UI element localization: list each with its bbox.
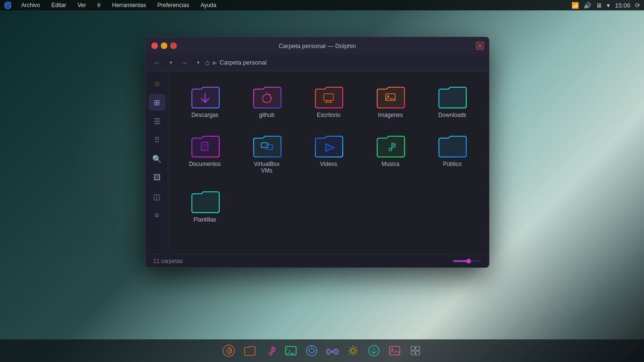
sidebar-details[interactable]: ≡	[149, 207, 165, 224]
folder-label-videos: Videos	[320, 161, 337, 167]
window-body: ☆ ⊞ ☰ ⠿ 🔍 🖼 ◫ ≡	[146, 71, 489, 254]
svg-rect-23	[411, 351, 415, 355]
folder-virtualbox[interactable]: VirtualBox VMs	[239, 130, 294, 178]
dolphin-window: Carpeta personal — Dolphin ✕ ← ▾ → ▾ ⌂ ▶…	[145, 37, 489, 268]
menu-preferencias[interactable]: Preferencias	[156, 1, 191, 9]
taskbar-chromium[interactable]	[303, 342, 320, 359]
folder-videos[interactable]: Videos	[301, 130, 355, 178]
folder-downloads[interactable]: Downloads	[425, 81, 479, 122]
close-icon[interactable]: ✕	[476, 41, 484, 50]
taskbar-terminal[interactable]	[282, 342, 299, 359]
close-button[interactable]	[151, 42, 158, 49]
sidebar-compact-view[interactable]: ⠿	[149, 132, 165, 148]
menubar-right: 📶 🔊 🖥 ▾ 15:06 ⟳	[571, 2, 640, 9]
menu-ver[interactable]: Ver	[75, 1, 88, 9]
folder-icon-github	[252, 84, 282, 109]
svg-point-12	[269, 352, 272, 355]
clock: 15:06	[615, 2, 630, 9]
back-button[interactable]: ←	[150, 56, 164, 69]
folder-icon-escritorio	[314, 84, 344, 109]
breadcrumb-separator: ▶	[213, 59, 217, 66]
home-icon[interactable]: ⌂	[205, 58, 210, 67]
svg-point-20	[391, 348, 393, 350]
folder-label-escritorio: Escritorio	[317, 112, 340, 118]
taskbar-firefox[interactable]	[220, 342, 237, 359]
folder-label-github: github	[259, 112, 274, 118]
forward-button[interactable]: →	[178, 56, 191, 69]
menu-ir[interactable]: Ir	[95, 1, 102, 9]
folder-icon-imagenes	[375, 84, 405, 109]
folder-icon-musica	[375, 133, 405, 158]
folder-documentos[interactable]: Documentos	[178, 130, 232, 178]
svg-point-13	[272, 349, 275, 352]
sidebar: ☆ ⊞ ☰ ⠿ 🔍 🖼 ◫ ≡	[146, 71, 168, 254]
sidebar-search[interactable]: 🔍	[149, 150, 165, 167]
folder-label-virtualbox: VirtualBox VMs	[248, 161, 286, 174]
folder-icon-documentos	[190, 133, 220, 158]
window-buttons	[151, 42, 177, 49]
sidebar-gallery[interactable]: 🖼	[149, 169, 165, 186]
folder-imagenes[interactable]: Imágenes	[363, 81, 418, 122]
folder-github[interactable]: github	[239, 81, 294, 122]
wifi-icon: 📶	[571, 2, 579, 9]
menu-herramientas[interactable]: Herramientas	[110, 1, 148, 9]
toolbar: ← ▾ → ▾ ⌂ ▶ Carpeta personal	[146, 54, 489, 71]
svg-point-3	[387, 95, 389, 97]
taskbar-music[interactable]	[262, 342, 279, 359]
folder-label-publico: Público	[443, 161, 462, 167]
taskbar-vscode[interactable]	[324, 342, 341, 359]
folder-icon-plantillas	[190, 189, 220, 214]
svg-point-16	[309, 348, 314, 353]
taskbar-settings[interactable]	[345, 342, 362, 359]
main-content: Descargas github	[168, 71, 489, 254]
forward-dropdown-button[interactable]: ▾	[195, 56, 201, 69]
folder-label-descargas: Descargas	[191, 112, 218, 118]
maximize-button[interactable]	[170, 42, 177, 49]
svg-rect-24	[416, 351, 420, 355]
sidebar-apps-grid[interactable]: ⊞	[149, 94, 165, 111]
statusbar-info: 11 carpetas	[153, 258, 183, 264]
menu-archivo[interactable]: Archivo	[19, 1, 42, 9]
taskbar-files[interactable]	[241, 342, 258, 359]
folder-icon-descargas	[190, 84, 220, 109]
folder-icon-videos	[314, 133, 344, 158]
sidebar-list-view[interactable]: ☰	[149, 113, 165, 130]
folder-icon-publico	[437, 133, 467, 158]
taskbar-downloads[interactable]	[365, 342, 382, 359]
svg-rect-21	[411, 346, 415, 350]
zoom-bar[interactable]	[453, 260, 481, 262]
folder-descargas[interactable]: Descargas	[178, 81, 232, 122]
minimize-button[interactable]	[161, 42, 167, 49]
zoom-handle	[466, 259, 471, 263]
svg-rect-19	[389, 346, 400, 355]
breadcrumb-path: Carpeta personal	[220, 59, 267, 66]
folder-icon-downloads	[437, 84, 467, 109]
menubar-left: 🌀 Archivo Editar Ver Ir Herramientas Pre…	[4, 1, 218, 9]
folder-escritorio[interactable]: Escritorio	[301, 81, 355, 122]
update-icon: ⟳	[635, 2, 640, 9]
folder-publico[interactable]: Público	[425, 130, 479, 178]
back-dropdown-button[interactable]: ▾	[167, 56, 174, 69]
folder-grid: Descargas github	[178, 81, 479, 227]
dropdown-icon[interactable]: ▾	[607, 2, 610, 9]
svg-rect-22	[416, 346, 420, 350]
menubar: 🌀 Archivo Editar Ver Ir Herramientas Pre…	[0, 0, 644, 10]
distro-icon: 🌀	[4, 1, 12, 9]
folder-label-downloads: Downloads	[438, 112, 466, 118]
window-title: Carpeta personal — Dolphin	[151, 42, 483, 49]
menu-editar[interactable]: Editar	[50, 1, 68, 9]
folder-label-imagenes: Imágenes	[378, 112, 403, 118]
sidebar-favorite[interactable]: ☆	[149, 75, 165, 92]
folder-label-documentos: Documentos	[189, 161, 221, 167]
svg-point-17	[351, 349, 355, 353]
taskbar	[0, 339, 644, 362]
taskbar-extra[interactable]	[407, 342, 424, 359]
statusbar: 11 carpetas	[146, 254, 489, 267]
taskbar-images[interactable]	[386, 342, 403, 359]
svg-point-11	[225, 347, 232, 354]
folder-musica[interactable]: Música	[363, 130, 418, 178]
folder-label-musica: Música	[381, 161, 399, 167]
folder-plantillas[interactable]: Plantillas	[178, 185, 232, 227]
menu-ayuda[interactable]: Ayuda	[198, 1, 218, 9]
sidebar-split[interactable]: ◫	[149, 188, 165, 205]
